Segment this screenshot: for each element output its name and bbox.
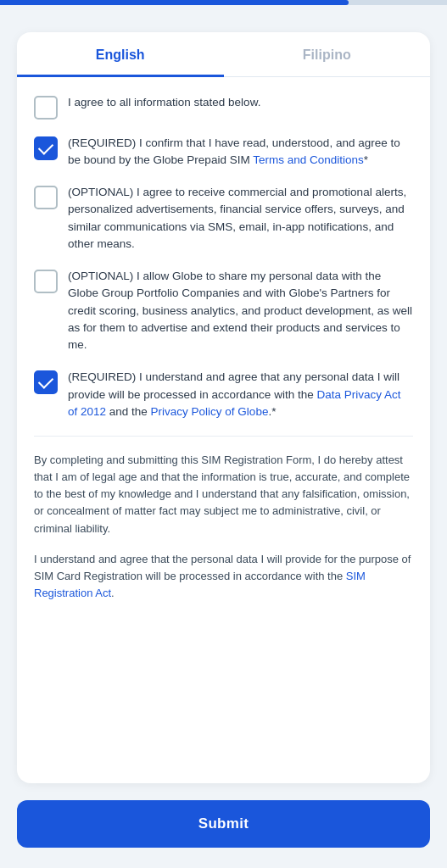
main-card: English Filipino I agree to all informat… [17, 32, 430, 783]
checkbox-data-privacy[interactable] [34, 370, 58, 394]
checkbox-data-privacy-text: (REQUIRED) I understand and agree that a… [68, 369, 413, 420]
submit-button[interactable]: Submit [17, 800, 430, 848]
checkbox-agree-all[interactable] [34, 96, 58, 120]
checkbox-data-privacy-text-after: .* [268, 405, 276, 418]
section-divider [34, 436, 413, 437]
statement-1: By completing and submitting this SIM Re… [17, 452, 430, 537]
checkbox-commercial-text: (OPTIONAL) I agree to receive commercial… [68, 184, 413, 253]
progress-bar-container [0, 0, 447, 5]
checkbox-item-agree-all: I agree to all information stated below. [34, 94, 413, 120]
link-terms-conditions[interactable]: Terms and Conditions [253, 153, 364, 166]
checkbox-data-share[interactable] [34, 270, 58, 293]
checkbox-commercial[interactable] [34, 186, 58, 209]
checkbox-item-data-share: (OPTIONAL) I allow Globe to share my per… [34, 268, 413, 353]
statement-2: I understand and agree that the personal… [17, 551, 430, 602]
progress-bar-fill [0, 0, 349, 5]
tab-english[interactable]: English [17, 32, 224, 77]
checkbox-data-share-text: (OPTIONAL) I allow Globe to share my per… [68, 268, 413, 353]
checkbox-agree-all-text: I agree to all information stated below. [68, 94, 413, 111]
checkbox-terms-text: (REQUIRED) I confirm that I have read, u… [68, 135, 413, 170]
checkbox-terms[interactable] [34, 136, 58, 160]
checkbox-section: I agree to all information stated below.… [17, 94, 430, 421]
checkbox-terms-text-after: * [364, 153, 368, 166]
submit-button-wrapper: Submit [17, 800, 430, 848]
checkbox-data-privacy-text-mid: and the [106, 405, 151, 418]
checkbox-item-terms: (REQUIRED) I confirm that I have read, u… [34, 135, 413, 170]
checkbox-item-commercial: (OPTIONAL) I agree to receive commercial… [34, 184, 413, 253]
link-privacy-policy[interactable]: Privacy Policy of Globe [151, 405, 269, 418]
statement-2-after: . [111, 587, 115, 599]
tab-filipino[interactable]: Filipino [224, 32, 431, 77]
language-tabs: English Filipino [17, 32, 430, 77]
checkbox-item-data-privacy: (REQUIRED) I understand and agree that a… [34, 369, 413, 420]
